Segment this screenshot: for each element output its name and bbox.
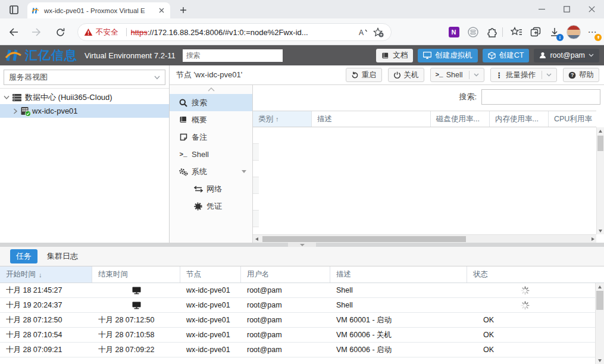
column-header-disk-usage[interactable]: 磁盘使用率... bbox=[431, 111, 490, 127]
insecure-warning-icon bbox=[84, 28, 93, 36]
read-aloud-icon[interactable]: A bbox=[356, 26, 370, 39]
column-header-start-time[interactable]: 开始时间↓ bbox=[0, 266, 92, 283]
certificate-icon bbox=[192, 202, 204, 211]
node-menu-item-network[interactable]: 网络 bbox=[170, 180, 252, 197]
scroll-up-icon bbox=[596, 283, 604, 290]
task-row[interactable]: 十月 18 21:45:27 wx-idc-pve01 root@pam She… bbox=[0, 283, 604, 298]
resource-tree: 数据中心 (Huii365-Cloud) wx-idc-pve01 bbox=[0, 88, 169, 118]
menu-scroll-up[interactable] bbox=[170, 85, 252, 94]
task-row[interactable]: 十月 28 07:12:50 十月 28 07:12:50 wx-idc-pve… bbox=[0, 313, 604, 328]
user-menu-button[interactable]: root@pam bbox=[534, 49, 599, 62]
task-end-time: 十月 28 07:12:50 bbox=[92, 313, 180, 327]
column-header-description[interactable]: 描述 bbox=[330, 266, 467, 283]
extension-circle-icon[interactable] bbox=[465, 24, 481, 40]
content-horizontal-scrollbar[interactable] bbox=[253, 234, 596, 243]
brand-logo: 汇亿信息 bbox=[5, 47, 77, 64]
maximize-icon[interactable] bbox=[554, 0, 579, 18]
downloads-icon[interactable] bbox=[546, 24, 562, 40]
column-header-node[interactable]: 节点 bbox=[180, 266, 241, 283]
tab-cluster-log[interactable]: 集群日志 bbox=[47, 251, 78, 262]
create-vm-button[interactable]: 创建虚拟机 bbox=[418, 49, 478, 62]
refresh-icon[interactable] bbox=[54, 26, 67, 39]
browser-tab[interactable]: wx-idc-pve01 - Proxmox Virtual E bbox=[27, 2, 170, 18]
close-icon[interactable] bbox=[579, 0, 604, 18]
task-start-time: 十月 28 07:12:50 bbox=[0, 313, 92, 327]
task-row[interactable]: 十月 28 07:10:54 十月 28 07:10:58 wx-idc-pve… bbox=[0, 328, 604, 343]
task-row[interactable]: 十月 28 07:09:21 十月 28 07:09:22 wx-idc-pve… bbox=[0, 343, 604, 357]
shell-button[interactable]: >_ Shell bbox=[430, 68, 484, 82]
scroll-up-icon bbox=[597, 127, 604, 134]
view-selector[interactable]: 服务器视图 bbox=[4, 70, 165, 85]
create-ct-button[interactable]: 创建CT bbox=[483, 49, 530, 62]
node-menu-item-search[interactable]: 搜索 bbox=[170, 94, 252, 111]
browser-window: wx-idc-pve01 - Proxmox Virtual E bbox=[0, 0, 604, 364]
chevron-down-icon bbox=[154, 76, 160, 80]
column-header-memory-usage[interactable]: 内存使用率... bbox=[490, 111, 549, 127]
reboot-button[interactable]: 重启 bbox=[346, 68, 382, 82]
splitter-collapse-handle[interactable] bbox=[288, 243, 316, 247]
book-icon bbox=[177, 116, 189, 124]
task-description: Shell bbox=[330, 298, 467, 312]
address-bar[interactable]: 不安全 https://172.16.88.254:8006/#v1:0:=no… bbox=[77, 23, 392, 41]
console-icon bbox=[92, 283, 180, 297]
back-icon[interactable] bbox=[7, 26, 20, 39]
forward-icon[interactable] bbox=[30, 26, 43, 39]
scroll-down-icon bbox=[596, 357, 604, 364]
tab-tasks[interactable]: 任务 bbox=[10, 249, 37, 263]
shutdown-button[interactable]: 关机 bbox=[388, 68, 424, 82]
profile-avatar[interactable] bbox=[565, 24, 581, 40]
onenote-icon[interactable]: N bbox=[446, 24, 462, 40]
node-menu-item-system[interactable]: 系统 bbox=[170, 163, 252, 180]
node-menu-item-certificates[interactable]: 凭证 bbox=[170, 197, 252, 215]
url-scheme: https bbox=[131, 28, 148, 37]
svg-text:?: ? bbox=[571, 72, 574, 78]
content-search-input[interactable] bbox=[481, 89, 600, 105]
search-content-pane: 搜索: 类别↑ 描述 磁盘使用率... 内存使用率... CPU利用率 bbox=[253, 85, 604, 243]
toolbar-extensions: N ⋯ bbox=[443, 23, 604, 41]
column-header-type[interactable]: 类别↑ bbox=[253, 111, 312, 127]
spinner-icon bbox=[521, 286, 530, 295]
header-actions: 文档 创建虚拟机 创建CT root@pam bbox=[376, 45, 599, 65]
scroll-right-icon bbox=[589, 235, 596, 243]
global-search-input[interactable] bbox=[183, 49, 283, 62]
tab-close-icon[interactable] bbox=[157, 6, 166, 15]
task-row[interactable]: 十月 19 20:24:37 wx-idc-pve01 root@pam She… bbox=[0, 298, 604, 313]
node-menu-item-summary[interactable]: 概要 bbox=[170, 111, 252, 128]
new-tab-icon[interactable] bbox=[177, 4, 189, 16]
browser-menu-icon[interactable]: ⋯ bbox=[584, 24, 600, 40]
task-user: root@pam bbox=[241, 328, 330, 342]
minimize-icon[interactable] bbox=[529, 0, 554, 18]
help-button[interactable]: ? 帮助 bbox=[563, 68, 599, 82]
expander-closed-icon[interactable] bbox=[13, 108, 18, 114]
task-start-time: 十月 28 07:10:54 bbox=[0, 328, 92, 342]
expander-open-icon[interactable] bbox=[4, 95, 10, 100]
column-header-user[interactable]: 用户名 bbox=[241, 266, 330, 283]
add-favorite-icon[interactable] bbox=[372, 26, 385, 39]
node-toolbar: 节点 'wx-idc-pve01' 重启 关机 >_ Shell ⋮ bbox=[170, 65, 604, 85]
task-vertical-scrollbar[interactable] bbox=[595, 283, 604, 364]
node-menu: 搜索 概要 备注 >_ Shell bbox=[170, 85, 253, 243]
column-header-cpu-usage[interactable]: CPU利用率 bbox=[549, 111, 596, 127]
extensions-puzzle-icon[interactable] bbox=[484, 24, 500, 40]
user-icon bbox=[539, 52, 546, 59]
node-menu-item-notes[interactable]: 备注 bbox=[170, 128, 252, 146]
task-log-panel: 任务 集群日志 开始时间↓ 结束时间 节点 用户名 描述 状态 十月 18 21… bbox=[0, 247, 604, 364]
vertical-tabs-icon[interactable] bbox=[6, 3, 21, 16]
collections-icon[interactable] bbox=[527, 24, 543, 40]
documentation-button[interactable]: 文档 bbox=[376, 49, 413, 62]
column-header-description[interactable]: 描述 bbox=[312, 111, 431, 127]
tree-item-node[interactable]: wx-idc-pve01 bbox=[0, 104, 169, 118]
sort-asc-icon: ↑ bbox=[276, 115, 279, 123]
content-vertical-scrollbar[interactable] bbox=[596, 127, 604, 234]
favorites-bar-icon[interactable] bbox=[508, 24, 524, 40]
task-start-time: 十月 18 21:45:27 bbox=[0, 283, 92, 297]
bulk-actions-button[interactable]: ⋮ 批量操作 bbox=[490, 68, 558, 82]
tree-item-datacenter[interactable]: 数据中心 (Huii365-Cloud) bbox=[0, 90, 169, 104]
task-start-time: 十月 19 20:24:37 bbox=[0, 298, 92, 312]
node-menu-item-shell[interactable]: >_ Shell bbox=[170, 146, 252, 163]
panel-splitter[interactable] bbox=[0, 243, 604, 247]
column-header-end-time[interactable]: 结束时间 bbox=[92, 266, 180, 283]
insecure-label: 不安全 bbox=[96, 27, 118, 37]
column-header-status[interactable]: 状态 bbox=[467, 266, 595, 283]
scroll-left-icon bbox=[253, 235, 260, 243]
